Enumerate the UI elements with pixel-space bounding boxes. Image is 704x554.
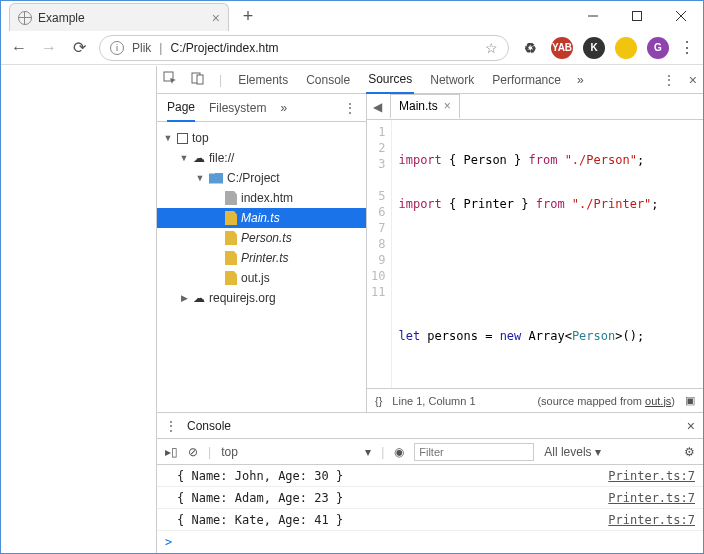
close-file-icon[interactable]: ×: [444, 99, 451, 113]
console-drawer-header: ⋮ Console ×: [157, 413, 703, 439]
tree-file[interactable]: out.js: [157, 268, 366, 288]
browser-tab[interactable]: Example ×: [9, 3, 229, 31]
file-icon: [225, 231, 237, 245]
log-row: { Name: Kate, Age: 41 }Printer.ts:7: [157, 509, 703, 531]
tree-frame-top[interactable]: ▼top: [157, 128, 366, 148]
extension-icon[interactable]: K: [583, 37, 605, 59]
site-info-icon[interactable]: i: [110, 41, 124, 55]
new-tab-button[interactable]: +: [235, 3, 261, 29]
navigator-subtabs: Page Filesystem » ⋮: [157, 94, 366, 122]
console-title: Console: [187, 419, 231, 433]
file-tree: ▼top ▼file:// ▼C:/Project index.htm Main…: [157, 122, 366, 412]
eye-icon[interactable]: ◉: [394, 445, 404, 459]
tab-elements[interactable]: Elements: [236, 66, 290, 94]
extension-icon[interactable]: ♻: [519, 37, 541, 59]
log-source-link[interactable]: Printer.ts:7: [608, 513, 695, 527]
tree-origin-file[interactable]: ▼file://: [157, 148, 366, 168]
line-gutter: 1 2 3 5 6 7 8 9 10 11: [367, 120, 392, 388]
url-path: C:/Project/index.htm: [170, 41, 278, 55]
cloud-icon: [193, 291, 205, 305]
cloud-icon: [193, 151, 205, 165]
file-icon: [225, 251, 237, 265]
tree-file[interactable]: Printer.ts: [157, 248, 366, 268]
tab-console[interactable]: Console: [304, 66, 352, 94]
source-map-link[interactable]: out.js: [645, 395, 671, 407]
navigator-menu-icon[interactable]: ⋮: [344, 101, 356, 115]
cursor-position: Line 1, Column 1: [392, 395, 475, 407]
close-tab-icon[interactable]: ×: [212, 10, 220, 26]
minimize-button[interactable]: [571, 2, 615, 30]
device-toggle-icon[interactable]: [191, 71, 205, 88]
code-editor[interactable]: 1 2 3 5 6 7 8 9 10 11 import { Person } …: [367, 120, 703, 388]
file-icon: [225, 211, 237, 225]
maximize-button[interactable]: [615, 2, 659, 30]
source-editor-pane: ◀ Main.ts × 1 2 3 5 6 7 8 9 10: [367, 94, 703, 412]
tab-network[interactable]: Network: [428, 66, 476, 94]
file-tab-label: Main.ts: [399, 99, 438, 113]
log-levels-selector[interactable]: All levels ▾: [544, 445, 601, 459]
tree-file[interactable]: index.htm: [157, 188, 366, 208]
editor-file-tab[interactable]: Main.ts ×: [390, 94, 460, 119]
frame-icon: [177, 133, 188, 144]
file-icon: [225, 271, 237, 285]
menu-button[interactable]: ⋮: [679, 38, 695, 57]
close-window-button[interactable]: [659, 2, 703, 30]
log-source-link[interactable]: Printer.ts:7: [608, 469, 695, 483]
bookmark-icon[interactable]: ☆: [485, 40, 498, 56]
svg-rect-6: [197, 75, 203, 84]
log-row: { Name: John, Age: 30 }Printer.ts:7: [157, 465, 703, 487]
console-log-list: { Name: John, Age: 30 }Printer.ts:7 { Na…: [157, 465, 703, 531]
log-row: { Name: Adam, Age: 23 }Printer.ts:7: [157, 487, 703, 509]
svg-rect-1: [633, 12, 642, 21]
back-button[interactable]: ←: [9, 39, 29, 57]
log-source-link[interactable]: Printer.ts:7: [608, 491, 695, 505]
url-origin: Plik: [132, 41, 151, 55]
console-drawer: ⋮ Console × ▸▯ ⊘ | top▾ | ◉ All levels ▾…: [157, 412, 703, 553]
drawer-menu-icon[interactable]: ⋮: [165, 419, 177, 433]
extension-icon[interactable]: YAB: [551, 37, 573, 59]
code-content: import { Person } from "./Person"; impor…: [392, 120, 671, 388]
filter-input[interactable]: [414, 443, 534, 461]
forward-button[interactable]: →: [39, 39, 59, 57]
tree-file[interactable]: Person.ts: [157, 228, 366, 248]
tab-title: Example: [38, 11, 206, 25]
console-prompt[interactable]: >: [157, 531, 703, 553]
coverage-icon[interactable]: ▣: [685, 394, 695, 407]
file-icon: [225, 191, 237, 205]
devtools-menu-icon[interactable]: ⋮: [663, 73, 675, 87]
extension-icon[interactable]: [615, 37, 637, 59]
devtools-close-icon[interactable]: ×: [689, 72, 697, 88]
source-map-info: (source mapped from out.js): [537, 395, 675, 407]
devtools-panel: | Elements Console Sources Network Perfo…: [156, 66, 703, 553]
braces-icon[interactable]: {}: [375, 395, 382, 407]
sources-navigator: Page Filesystem » ⋮ ▼top ▼file:// ▼C:/Pr…: [157, 94, 367, 412]
tab-performance[interactable]: Performance: [490, 66, 563, 94]
tab-sources[interactable]: Sources: [366, 66, 414, 94]
clear-console-icon[interactable]: ⊘: [188, 445, 198, 459]
console-settings-icon[interactable]: ⚙: [684, 445, 695, 459]
drawer-close-icon[interactable]: ×: [687, 418, 695, 434]
context-selector[interactable]: top▾: [221, 445, 371, 459]
editor-statusbar: {} Line 1, Column 1 (source mapped from …: [367, 388, 703, 412]
tree-folder-project[interactable]: ▼C:/Project: [157, 168, 366, 188]
editor-tabbar: ◀ Main.ts ×: [367, 94, 703, 120]
globe-icon: [18, 11, 32, 25]
browser-toolbar: ← → ⟳ i Plik | C:/Project/index.htm ☆ ♻ …: [1, 31, 703, 65]
chevron-down-icon: ▾: [365, 445, 371, 459]
subtab-filesystem[interactable]: Filesystem: [209, 101, 266, 115]
reload-button[interactable]: ⟳: [69, 38, 89, 57]
address-bar[interactable]: i Plik | C:/Project/index.htm ☆: [99, 35, 509, 61]
tree-file[interactable]: Main.ts: [157, 208, 366, 228]
navigator-toggle-icon[interactable]: ◀: [373, 100, 382, 114]
inspect-icon[interactable]: [163, 71, 177, 88]
profile-avatar[interactable]: G: [647, 37, 669, 59]
folder-icon: [209, 173, 223, 184]
console-toolbar: ▸▯ ⊘ | top▾ | ◉ All levels ▾ ⚙: [157, 439, 703, 465]
devtools-tabbar: | Elements Console Sources Network Perfo…: [157, 66, 703, 94]
tree-origin-requirejs[interactable]: ▶requirejs.org: [157, 288, 366, 308]
subtab-page[interactable]: Page: [167, 94, 195, 122]
more-subtabs-icon[interactable]: »: [280, 101, 287, 115]
window-titlebar: Example × +: [1, 1, 703, 31]
more-tabs-icon[interactable]: »: [577, 73, 584, 87]
console-sidebar-toggle-icon[interactable]: ▸▯: [165, 445, 178, 459]
